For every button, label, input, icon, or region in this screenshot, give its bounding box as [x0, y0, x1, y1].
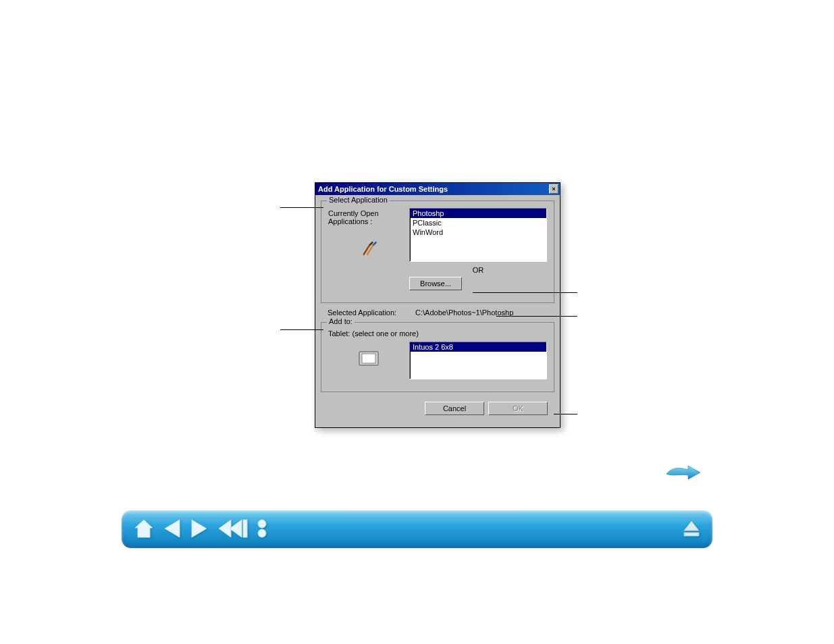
- list-item[interactable]: WinWord: [410, 227, 546, 237]
- callout-line: [473, 292, 577, 293]
- select-application-legend: Select Application: [327, 196, 390, 204]
- add-to-legend: Add to:: [327, 317, 355, 325]
- list-item[interactable]: Intuos 2 6x8: [410, 342, 546, 352]
- svg-rect-2: [243, 520, 247, 537]
- dialog-button-row: Cancel OK: [321, 398, 554, 422]
- selected-application-label: Selected Application:: [328, 308, 415, 317]
- callout-line: [554, 414, 577, 414]
- currently-open-label: Currently Open Applications :: [328, 208, 409, 290]
- svg-rect-1: [362, 354, 375, 363]
- or-label: OR: [409, 266, 547, 274]
- add-application-dialog: Add Application for Custom Settings × Se…: [315, 182, 561, 428]
- rewind-icon[interactable]: [216, 517, 249, 541]
- close-button[interactable]: ×: [549, 184, 558, 194]
- brush-icon: [328, 239, 409, 259]
- callout-line: [496, 316, 577, 317]
- next-icon[interactable]: [189, 517, 209, 541]
- cancel-button[interactable]: Cancel: [425, 402, 484, 415]
- svg-rect-5: [684, 533, 699, 536]
- list-item[interactable]: PClassic: [410, 218, 546, 227]
- contents-icon[interactable]: [255, 517, 269, 541]
- dialog-body: Select Application Currently Open Applic…: [315, 195, 560, 427]
- nav-bar: [122, 510, 712, 548]
- home-icon[interactable]: [132, 517, 155, 541]
- callout-line: [280, 207, 323, 208]
- open-applications-listbox[interactable]: Photoshp PClassic WinWord: [409, 208, 547, 262]
- titlebar: Add Application for Custom Settings ×: [315, 183, 560, 195]
- tablet-select-label: Tablet: (select one or more): [328, 329, 547, 338]
- browse-button[interactable]: Browse...: [409, 277, 462, 290]
- svg-point-3: [258, 520, 266, 528]
- list-item[interactable]: Photoshp: [410, 209, 546, 218]
- continue-arrow-icon[interactable]: [665, 463, 702, 482]
- prev-icon[interactable]: [162, 517, 182, 541]
- dialog-title: Add Application for Custom Settings: [318, 185, 448, 193]
- callout-line: [280, 329, 323, 330]
- tablet-listbox[interactable]: Intuos 2 6x8: [409, 342, 547, 379]
- eject-icon[interactable]: [681, 532, 702, 540]
- select-application-group: Select Application Currently Open Applic…: [321, 200, 554, 303]
- tablet-icon: [328, 351, 409, 367]
- svg-point-4: [258, 529, 266, 537]
- add-to-group: Add to: Tablet: (select one or more) Int…: [321, 322, 554, 392]
- ok-button[interactable]: OK: [488, 402, 548, 415]
